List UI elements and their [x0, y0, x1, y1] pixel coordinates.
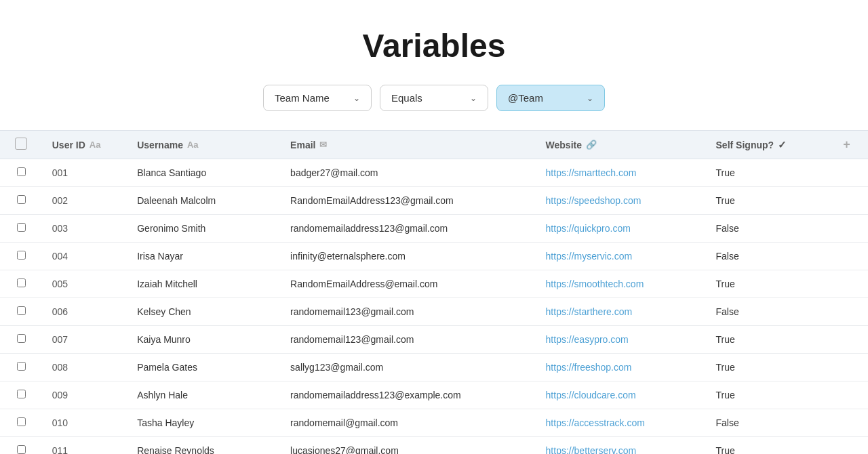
row-checkbox-cell[interactable]	[0, 354, 43, 381]
row-checkbox[interactable]	[17, 167, 26, 176]
row-checkbox[interactable]	[17, 445, 26, 454]
cell-website[interactable]: https://smarttech.com	[536, 159, 707, 187]
row-checkbox-cell[interactable]	[0, 270, 43, 298]
cell-username: Blanca Santiago	[127, 159, 281, 187]
value-filter[interactable]: @Team ⌄	[496, 85, 605, 111]
website-link[interactable]: https://speedshop.com	[546, 195, 642, 206]
table-body: 001Blanca Santiagobadger27@mail.comhttps…	[0, 159, 868, 455]
cell-email: badger27@mail.com	[281, 159, 536, 187]
row-checkbox[interactable]	[17, 195, 26, 204]
cell-website[interactable]: https://accesstrack.com	[536, 409, 707, 437]
row-checkbox-cell[interactable]	[0, 215, 43, 243]
cell-website[interactable]: https://myservic.com	[536, 243, 707, 270]
row-checkbox[interactable]	[17, 223, 26, 232]
row-checkbox[interactable]	[17, 251, 26, 260]
col-username: Username Aa	[127, 131, 281, 159]
website-link[interactable]: https://starthere.com	[546, 306, 633, 317]
cell-user-id: 011	[43, 437, 127, 455]
row-checkbox-cell[interactable]	[0, 326, 43, 354]
cell-self-signup: True	[707, 354, 826, 381]
col-add[interactable]: +	[825, 131, 868, 159]
cell-add	[825, 270, 868, 298]
cell-website[interactable]: https://freeshop.com	[536, 354, 707, 381]
cell-website[interactable]: https://smoothtech.com	[536, 270, 707, 298]
col-website: Website 🔗	[536, 131, 707, 159]
add-column-button[interactable]: +	[843, 138, 850, 151]
row-checkbox-cell[interactable]	[0, 298, 43, 326]
row-checkbox-cell[interactable]	[0, 243, 43, 270]
checkbox-header-cell[interactable]	[0, 131, 43, 159]
row-checkbox[interactable]	[17, 362, 26, 371]
website-link[interactable]: https://myservic.com	[546, 251, 633, 262]
row-checkbox-cell[interactable]	[0, 381, 43, 409]
cell-self-signup: True	[707, 381, 826, 409]
cell-add	[825, 298, 868, 326]
col-user-id-type-icon: Aa	[90, 140, 101, 150]
field-filter-chevron-icon: ⌄	[353, 94, 360, 103]
col-email-type-icon: ✉	[319, 140, 327, 150]
cell-self-signup: False	[707, 298, 826, 326]
cell-website[interactable]: https://cloudcare.com	[536, 381, 707, 409]
cell-website[interactable]: https://easypro.com	[536, 326, 707, 354]
cell-user-id: 009	[43, 381, 127, 409]
cell-username: Pamela Gates	[127, 354, 281, 381]
row-checkbox[interactable]	[17, 306, 26, 315]
table-row: 001Blanca Santiagobadger27@mail.comhttps…	[0, 159, 868, 187]
table-row: 002Daleenah MalcolmRandomEmailAddress123…	[0, 187, 868, 215]
page-title: Variables	[0, 27, 868, 64]
cell-self-signup: True	[707, 159, 826, 187]
cell-add	[825, 159, 868, 187]
website-link[interactable]: https://cloudcare.com	[546, 390, 636, 400]
website-link[interactable]: https://accesstrack.com	[546, 417, 645, 428]
cell-username: Geronimo Smith	[127, 215, 281, 243]
cell-user-id: 003	[43, 215, 127, 243]
table-row: 005Izaiah MitchellRandomEmailAddress@ema…	[0, 270, 868, 298]
cell-self-signup: False	[707, 243, 826, 270]
website-link[interactable]: https://betterserv.com	[546, 445, 637, 454]
row-checkbox-cell[interactable]	[0, 187, 43, 215]
cell-email: lucasjones27@gmail.com	[281, 437, 536, 455]
cell-user-id: 008	[43, 354, 127, 381]
row-checkbox[interactable]	[17, 334, 26, 343]
cell-user-id: 007	[43, 326, 127, 354]
cell-email: randomemail123@gmail.com	[281, 298, 536, 326]
website-link[interactable]: https://freeshop.com	[546, 362, 632, 373]
col-user-id-label: User ID	[52, 140, 85, 150]
field-filter[interactable]: Team Name ⌄	[263, 85, 372, 111]
row-checkbox-cell[interactable]	[0, 159, 43, 187]
cell-website[interactable]: https://betterserv.com	[536, 437, 707, 455]
operator-filter-chevron-icon: ⌄	[470, 94, 477, 103]
cell-username: Kelsey Chen	[127, 298, 281, 326]
cell-email: randomemail123@gmail.com	[281, 326, 536, 354]
cell-website[interactable]: https://speedshop.com	[536, 187, 707, 215]
row-checkbox[interactable]	[17, 278, 26, 287]
cell-self-signup: True	[707, 187, 826, 215]
col-website-type-icon: 🔗	[586, 140, 597, 150]
col-email: Email ✉	[281, 131, 536, 159]
cell-email: randomemail@gmail.com	[281, 409, 536, 437]
cell-username: Renaise Reynolds	[127, 437, 281, 455]
table-row: 009Ashlyn Halerandomemailaddress123@exam…	[0, 381, 868, 409]
page-header: Variables	[0, 0, 868, 85]
cell-website[interactable]: https://starthere.com	[536, 298, 707, 326]
field-filter-label: Team Name	[275, 92, 330, 104]
table-row: 003Geronimo Smithrandomemailaddress123@g…	[0, 215, 868, 243]
cell-email: randomemailaddress123@gmail.com	[281, 215, 536, 243]
select-all-checkbox[interactable]	[15, 138, 27, 150]
col-email-label: Email	[290, 140, 315, 150]
cell-add	[825, 409, 868, 437]
col-user-id: User ID Aa	[43, 131, 127, 159]
website-link[interactable]: https://smarttech.com	[546, 167, 637, 178]
row-checkbox-cell[interactable]	[0, 437, 43, 455]
operator-filter[interactable]: Equals ⌄	[380, 85, 488, 111]
row-checkbox[interactable]	[17, 390, 26, 398]
website-link[interactable]: https://quickpro.com	[546, 223, 631, 234]
website-link[interactable]: https://smoothtech.com	[546, 278, 644, 289]
cell-email: infinity@eternalsphere.com	[281, 243, 536, 270]
row-checkbox-cell[interactable]	[0, 409, 43, 437]
cell-user-id: 002	[43, 187, 127, 215]
website-link[interactable]: https://easypro.com	[546, 334, 629, 345]
cell-website[interactable]: https://quickpro.com	[536, 215, 707, 243]
operator-filter-label: Equals	[391, 92, 422, 104]
row-checkbox[interactable]	[17, 417, 26, 426]
